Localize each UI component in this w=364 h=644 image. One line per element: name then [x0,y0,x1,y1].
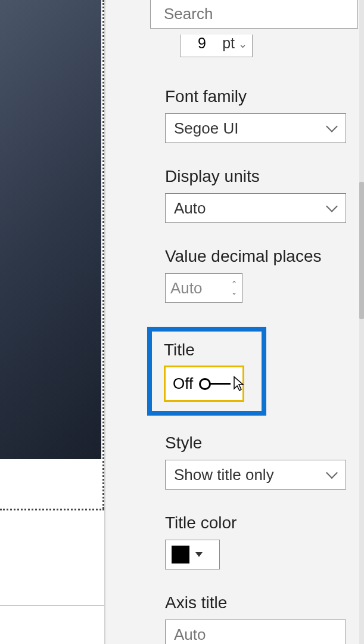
title-toggle-state: Off [173,374,193,393]
chevron-up-icon: ⌃ [231,280,237,287]
cursor-icon [233,376,245,392]
title-label: Title [164,340,256,360]
font-family-value: Segoe UI [174,119,238,138]
color-swatch [172,546,189,564]
style-label: Style [165,434,346,453]
search-box[interactable] [150,0,358,29]
title-highlight-callout: Title Off [147,327,266,416]
axis-title-input[interactable] [165,620,346,644]
scrollbar-thumb[interactable] [359,182,364,319]
canvas-dotted-right [102,0,104,509]
value-decimal-places-label: Value decimal places [165,247,346,266]
text-size-unit: pt [222,35,235,52]
axis-title-label: Axis title [165,593,346,612]
chevron-down-icon: ⌄ [238,38,247,52]
search-input[interactable] [164,5,357,23]
display-units-label: Display units [165,167,346,186]
style-dropdown[interactable]: Show title only [165,460,346,490]
display-units-value: Auto [174,199,206,218]
value-decimal-places-value: Auto [170,279,231,298]
chevron-down-icon [328,205,337,211]
toggle-track [210,383,231,385]
toggle-switch [199,378,231,390]
font-family-dropdown[interactable]: Segoe UI [165,113,346,143]
format-panel: 9 pt ⌄ Font family Segoe UI Display unit… [105,0,364,644]
visual-preview [0,0,101,459]
title-color-picker[interactable] [165,540,220,569]
toggle-knob [199,378,211,390]
title-toggle[interactable]: Off [164,366,244,402]
chevron-down-icon [328,125,337,131]
report-canvas [0,0,104,644]
title-color-label: Title color [165,513,346,532]
text-size-stepper[interactable]: 9 pt ⌄ [180,35,253,57]
display-units-dropdown[interactable]: Auto [165,193,346,223]
chevron-down-icon: ⌄ [231,289,237,296]
style-value: Show title only [174,466,274,484]
caret-down-icon [195,552,203,557]
canvas-dotted-bottom [0,509,104,510]
font-family-label: Font family [165,87,346,106]
chevron-down-icon [328,472,337,478]
value-decimal-places-stepper[interactable]: Auto ⌃ ⌄ [165,273,242,303]
spinner-arrows: ⌃ ⌄ [231,280,237,296]
canvas-divider [0,605,104,606]
text-size-value: 9 [185,35,219,52]
panel-scrollbar[interactable] [359,0,364,644]
